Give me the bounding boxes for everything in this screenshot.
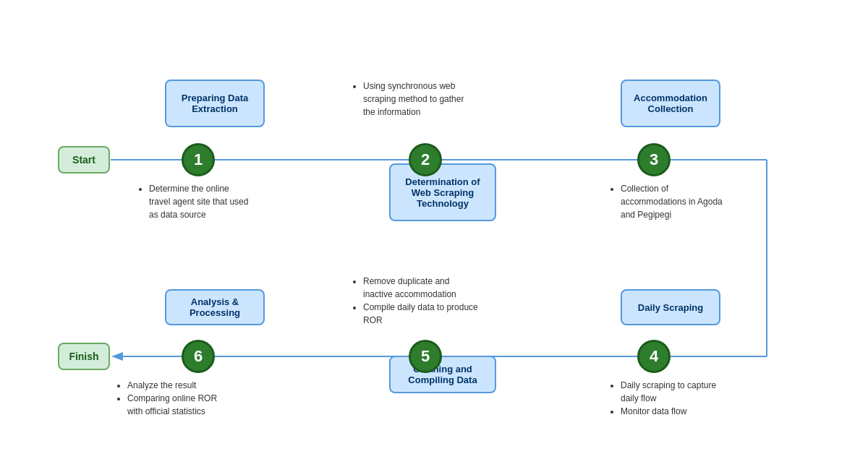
box-accommodation-collection: Accommodation Collection [621, 80, 720, 127]
box-cleaning-compiling: Cleaning and Compiling Data [389, 356, 496, 393]
circle-1: 1 [182, 143, 215, 176]
circle-6: 6 [182, 340, 215, 373]
bullet-block-5: Remove duplicate and inactive accommodat… [352, 275, 478, 327]
bullet-block-4: Daily scraping to capture daily flow Mon… [609, 379, 728, 418]
bullet-block-6: Analyze the result Comparing online ROR … [116, 379, 228, 418]
box-daily-scraping: Daily Scraping [621, 289, 720, 325]
box-analysis-processing: Analysis & Processing [165, 289, 265, 325]
bullet-block-3: Collection of accommodations in Agoda an… [609, 182, 725, 221]
bullet-block-2: Using synchronous web scraping method to… [352, 80, 471, 119]
bullet-block-1: Determine the online travel agent site t… [137, 182, 250, 221]
start-box: Start [58, 146, 110, 174]
workflow-diagram: Start Finish Preparing Data Extraction D… [36, 17, 832, 437]
finish-box: Finish [58, 343, 110, 370]
box-preparing-data: Preparing Data Extraction [165, 80, 265, 127]
circle-5: 5 [409, 340, 442, 373]
circle-3: 3 [637, 143, 671, 176]
circle-4: 4 [637, 340, 671, 373]
circle-2: 2 [409, 143, 442, 176]
box-web-scraping-tech: Determination of Web Scraping Technology [389, 163, 496, 221]
